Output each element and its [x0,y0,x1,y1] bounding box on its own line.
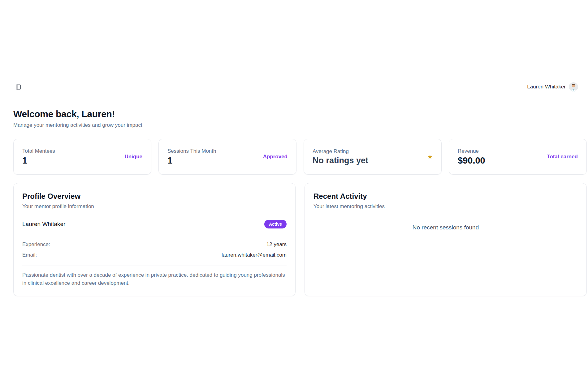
stat-card-total-mentees: Total Mentees 1 Unique [13,139,151,175]
stat-card-revenue: Revenue $90.00 Total earned [449,139,587,175]
stat-tag: Approved [263,154,288,160]
empty-state-message: No recent sessions found [313,224,578,231]
user-avatar [569,82,578,92]
top-header-bar: Lauren Whitaker [0,78,588,96]
field-label: Experience: [22,241,50,248]
stat-value: 1 [167,156,216,166]
star-icon: ★ [427,154,433,160]
page-subtitle: Manage your mentoring activities and gro… [13,122,587,128]
stat-label: Average Rating [313,148,368,155]
stat-value: 1 [22,156,55,166]
page-title: Welcome back, Lauren! [13,109,587,119]
mentor-name-row: Lauren Whitaker Active [22,220,287,228]
stat-main: Average Rating No ratings yet [313,148,368,165]
user-name: Lauren Whitaker [527,84,566,90]
mentor-name: Lauren Whitaker [22,221,65,228]
main-content: Welcome back, Lauren! Manage your mentor… [0,96,588,296]
profile-card-subtitle: Your mentor profile information [22,203,287,210]
stat-label: Sessions This Month [167,148,216,154]
panels-grid: Profile Overview Your mentor profile inf… [13,183,587,296]
field-label: Email: [22,252,37,258]
divider [22,234,287,234]
profile-overview-card: Profile Overview Your mentor profile inf… [13,183,296,296]
stat-tag: Total earned [547,154,578,160]
experience-row: Experience: 12 years [22,239,287,250]
stat-tag: Unique [124,154,142,160]
stat-main: Sessions This Month 1 [167,148,216,166]
stat-main: Revenue $90.00 [458,148,485,166]
sidebar-toggle-button[interactable] [14,83,23,91]
email-row: Email: lauren.whitaker@email.com [22,250,287,260]
activity-card-title: Recent Activity [313,192,578,201]
top-whitespace [0,0,588,78]
field-value: 12 years [266,241,287,248]
profile-card-title: Profile Overview [22,192,287,201]
stat-value: $90.00 [458,156,485,166]
activity-card-subtitle: Your latest mentoring activities [313,203,578,210]
divider [22,266,287,266]
stats-grid: Total Mentees 1 Unique Sessions This Mon… [13,139,587,175]
stat-main: Total Mentees 1 [22,148,55,166]
mentor-bio: Passionate dentist with over a decade of… [22,271,287,288]
dentist-avatar-image [569,82,578,92]
stat-card-sessions-month: Sessions This Month 1 Approved [158,139,296,175]
field-value: lauren.whitaker@email.com [222,252,287,258]
stat-value: No ratings yet [313,156,368,165]
stat-label: Revenue [458,148,485,154]
user-menu[interactable]: Lauren Whitaker [527,82,578,92]
panel-left-icon [15,84,21,90]
recent-activity-card: Recent Activity Your latest mentoring ac… [305,183,587,296]
status-badge: Active [264,220,287,228]
stat-label: Total Mentees [22,148,55,154]
stat-card-average-rating: Average Rating No ratings yet ★ [304,139,442,175]
